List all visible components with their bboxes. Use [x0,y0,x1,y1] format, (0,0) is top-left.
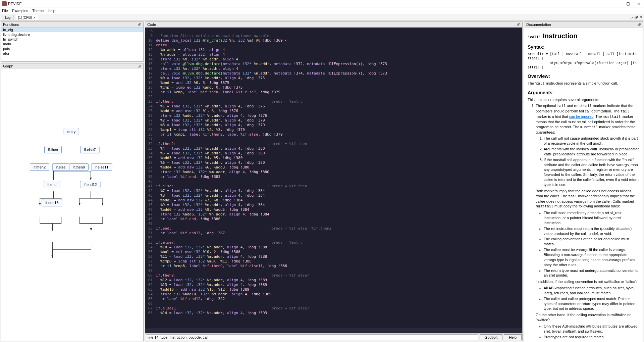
menu-help[interactable]: Help [48,9,55,13]
undock-icon[interactable]: 🗗 [638,23,641,27]
code-line[interactable]: 67if.else11: ; preds = %if.else7 [145,306,522,311]
function-item[interactable]: atoi [1,51,143,56]
code-line[interactable]: 53if.else7: ; preds = %entry [145,240,522,245]
graph-node-ifelse[interactable]: if.else [52,163,69,171]
undock-icon[interactable]: 🗗 [138,64,141,68]
undock-icon[interactable]: 🗗 [517,23,520,27]
code-line[interactable]: 16 store i32 %n, i32* %n.addr, align 4 [145,66,522,71]
code-line[interactable]: 60if.then9: ; preds = %if.else7 [145,273,522,278]
functions-list[interactable]: fn_cfgllvm.dbg.declarefn_switchmainputsa… [1,28,143,61]
code-line[interactable]: 57 %cmp8 = icmp slt i32 %mul, %11, !dbg … [145,259,522,264]
code-line[interactable]: 31 [145,137,522,142]
code-hscrollbar[interactable] [145,329,522,333]
restore-icon[interactable]: ▭ [630,15,633,19]
code-line[interactable]: 62 %13 = load i32, i32* %m.addr, align 4… [145,283,522,287]
code-line[interactable]: 58 br i1 %cmp8, label %if.then9, label %… [145,264,522,268]
godbolt-button[interactable]: Godbolt [480,334,503,340]
graph-node-ifelse11[interactable]: if.else11 [91,163,112,171]
doc-link-ignored[interactable]: can be ignored [569,114,594,118]
code-line[interactable]: 43 %8 = load i32, i32* %m.addr, align 4,… [145,193,522,198]
code-line[interactable]: 15 call void @llvm.dbg.declare(metadata … [145,62,522,66]
code-line[interactable]: 40 [145,179,522,184]
undock-icon[interactable]: 🗗 [138,23,141,27]
code-line[interactable]: 17 call void @llvm.dbg.declare(metadata … [145,71,522,76]
code-line[interactable]: 21 br i1 %cmp, label %if.then, label %if… [145,90,522,95]
dock-icon[interactable]: 🗗 [635,15,638,19]
code-line[interactable]: 30 br i1 %cmp1, label %if.then2, label %… [145,132,522,137]
code-line[interactable]: 56 %11 = load i32, i32* %m.addr, align 4… [145,254,522,259]
code-line[interactable]: 66 [145,301,522,306]
code-line[interactable]: 29 %cmp1 = icmp slt i32 %2, %3, !dbg !37… [145,128,522,132]
code-line[interactable]: 33 %4 = load i32, i32* %n.addr, align 4,… [145,146,522,151]
code-line[interactable]: 34 %5 = load i32, i32* %n.addr, align 4,… [145,151,522,156]
code-line[interactable]: 28 %3 = load i32, i32* %n.addr, align 4,… [145,123,522,128]
code-line[interactable]: 50if.end: ; preds = %if.else, %if.then2 [145,226,522,231]
menu-theme[interactable]: Theme [32,9,44,13]
code-line[interactable]: 64 store i32 %add10, i32* %m.addr, align… [145,292,522,297]
graph-node-entry[interactable]: entry [64,128,79,135]
code-line[interactable]: 54 %10 = load i32, i32* %n.addr, align 4… [145,245,522,250]
graph-node-ifthen2[interactable]: if.then2 [30,163,49,171]
graph-node-ifthen[interactable]: if.then [44,146,62,153]
code-line[interactable]: 24 %1 = load i32, i32* %n.addr, align 4,… [145,104,522,109]
code-line[interactable]: 47 store i32 %add6, i32* %n.addr, align … [145,212,522,217]
code-line[interactable]: 14 store i32 %m, i32* %m.addr, align 4 [145,57,522,62]
code-line[interactable]: 23if.then: ; preds = %entry [145,99,522,104]
status-input[interactable] [146,334,478,340]
code-line[interactable]: 52 [145,236,522,240]
code-line[interactable]: 9; Function Attrs: noinline nounwind opt… [145,34,522,38]
close-icon[interactable]: × [33,16,35,19]
code-line[interactable]: 20 %cmp = icmp eq i32 %and, 0, !dbg !375 [145,85,522,90]
close-button[interactable]: ✕ [636,1,642,6]
code-line[interactable]: 45 %9 = load i32, i32* %n.addr, align 4,… [145,203,522,207]
code-line[interactable]: 48 br label %if.end, !dbg !386 [145,217,522,222]
code-line[interactable]: 63 %add10 = add nsw i32 %13, %12, !dbg !… [145,287,522,292]
function-item[interactable]: fn_cfg [1,28,143,32]
code-line[interactable]: 37 %add4 = add nsw i32 %6, %add3, !dbg !… [145,165,522,170]
code-line[interactable]: 22 [145,95,522,99]
code-line[interactable]: 35 %add3 = add nsw i32 %4, %5, !dbg !380 [145,156,522,160]
code-line[interactable]: 55 %mul = mul nsw i32 %10, 2, !dbg !388 [145,250,522,254]
menu-examples[interactable]: Examples [12,9,28,13]
tab-cfg[interactable]: [1] (CFG)× [15,15,39,20]
function-item[interactable]: fn_switch [1,37,143,42]
code-line[interactable]: 39 br label %if.end, !dbg !383 [145,175,522,179]
function-item[interactable]: puts [1,46,143,51]
code-line[interactable]: 8 [145,29,522,34]
function-item[interactable]: llvm.dbg.declare [1,32,143,37]
graph-canvas[interactable]: entry if.then if.else7 if.then2 if.else … [1,69,143,341]
code-line[interactable]: 10define dso_local i32 @fn_cfg(i32 %n, i… [145,38,522,43]
code-line[interactable]: 46 %add6 = add nsw i32 %9, %add5, !dbg !… [145,207,522,212]
code-line[interactable]: 19 %and = and i32 %0, 3, !dbg !375 [145,81,522,85]
code-line[interactable]: 12 %m.addr = alloca i32, align 4 [145,48,522,52]
code-line[interactable]: 44 %add5 = add nsw i32 %7, %8, !dbg !384 [145,198,522,203]
code-line[interactable]: 68 %14 = load i32, i32* %n.addr, align 4… [145,311,522,315]
tab-close-icon[interactable]: × [640,15,642,19]
maximize-button[interactable]: ▢ [625,1,631,6]
code-line[interactable]: 32if.then2: ; preds = %if.then [145,142,522,146]
graph-node-ifthen9[interactable]: if.then9 [69,163,89,171]
graph-node-ifelse7[interactable]: if.else7 [80,146,100,153]
code-line[interactable]: 49 [145,222,522,226]
menu-file[interactable]: File [2,9,8,13]
code-line[interactable]: 59 [145,268,522,273]
code-line[interactable]: 36 %6 = load i32, i32* %m.addr, align 4,… [145,160,522,165]
minimize-button[interactable]: — [613,1,620,6]
code-line[interactable]: 18 %0 = load i32, i32* %n.addr, align 4,… [145,76,522,81]
tab-log[interactable]: Log [2,15,14,20]
documentation-body[interactable]: 'call' Instruction Syntax: <result> = [t… [524,28,643,342]
graph-node-ifend13[interactable]: if.end13 [42,199,62,206]
code-line[interactable]: 26 store i32 %add, i32* %n.addr, align 4… [145,113,522,118]
help-button[interactable]: Help [504,334,522,340]
code-editor[interactable]: 89; Function Attrs: noinline nounwind op… [145,28,522,329]
graph-node-ifend12[interactable]: if.end12 [80,181,100,188]
code-line[interactable]: 13 %n.addr = alloca i32, align 4 [145,52,522,57]
code-line[interactable]: 42 %7 = load i32, i32* %m.addr, align 4,… [145,189,522,193]
code-line[interactable]: 38 store i32 %add4, i32* %m.addr, align … [145,170,522,175]
function-item[interactable]: main [1,42,143,46]
graph-node-ifend[interactable]: if.end [44,181,60,188]
code-line[interactable]: 65 br label %if.end12, !dbg !392 [145,297,522,301]
code-line[interactable]: 41if.else: ; preds = %if.then [145,184,522,189]
code-line[interactable]: 27 %2 = load i32, i32* %n.addr, align 4,… [145,118,522,123]
code-line[interactable]: 61 %12 = load i32, i32* %n.addr, align 4… [145,278,522,283]
